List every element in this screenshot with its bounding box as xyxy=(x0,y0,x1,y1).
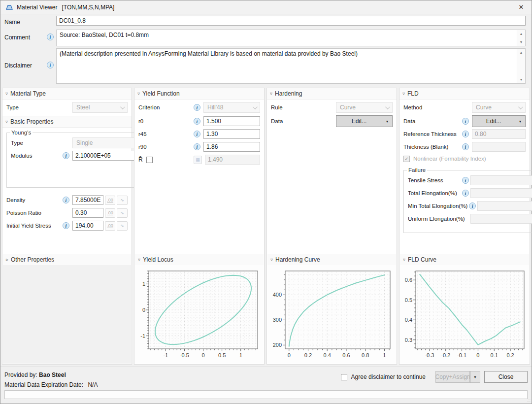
section-material-type[interactable]: ▿ Material Type xyxy=(2,88,132,100)
collapse-icon: ▹ xyxy=(6,257,8,262)
density-info-icon[interactable]: i xyxy=(63,197,69,203)
criterion-info-icon[interactable]: i xyxy=(194,104,200,111)
density-input[interactable] xyxy=(72,195,103,205)
close-button[interactable]: Close xyxy=(484,371,528,383)
section-yield-function[interactable]: ▿ Yield Function xyxy=(134,88,264,100)
section-basic-properties[interactable]: ▿ Basic Properties xyxy=(2,116,132,128)
fld-edit-dropdown[interactable]: ▼ xyxy=(515,115,526,127)
svg-text:0: 0 xyxy=(142,307,145,313)
name-input[interactable] xyxy=(56,16,526,26)
disclaimer-textarea[interactable]: (Material description presented in Ansys… xyxy=(57,49,517,83)
svg-text:0.4: 0.4 xyxy=(324,352,331,358)
comment-textarea[interactable]: Source: BaoSteel, DC01 t=0.8mm xyxy=(57,30,517,46)
initial-yield-input[interactable] xyxy=(72,221,103,231)
tensile-stress-input xyxy=(470,175,532,185)
fld-data-info-icon[interactable]: i xyxy=(462,118,469,125)
r45-input[interactable] xyxy=(203,129,260,139)
header-form: Name Comment i Source: BaoSteel, DC01 t=… xyxy=(0,14,532,87)
close-icon[interactable]: ✕ xyxy=(516,3,527,11)
decimal-format-button: .00 xyxy=(105,208,115,218)
section-other-properties[interactable]: ▹ Other Properties xyxy=(3,254,131,266)
hardening-edit-dropdown[interactable]: ▼ xyxy=(382,115,393,127)
progress-bar xyxy=(4,390,528,399)
agree-checkbox[interactable] xyxy=(341,374,347,380)
min-total-elongation-info-icon[interactable]: i xyxy=(469,202,476,209)
svg-text:-1: -1 xyxy=(163,352,168,358)
initial-yield-info-icon[interactable]: i xyxy=(63,222,69,229)
collapse-icon: ▿ xyxy=(270,257,273,262)
section-title: Material Type xyxy=(10,90,46,97)
wave-icon: ∿ xyxy=(120,210,124,215)
modulus-info-icon[interactable]: i xyxy=(63,152,69,159)
disclaimer-info-icon[interactable]: i xyxy=(47,62,54,68)
svg-text:0.3: 0.3 xyxy=(405,337,412,343)
svg-text:1: 1 xyxy=(142,281,145,287)
r0-input[interactable] xyxy=(203,116,260,126)
fld-panel: ▿ FLD Method Curve Data i Edit... ▼ Refe… xyxy=(399,88,530,365)
blank-thickness-info-icon[interactable]: i xyxy=(462,143,469,150)
ref-thickness-input xyxy=(472,129,526,139)
svg-text:0.5: 0.5 xyxy=(218,352,226,358)
section-hardening[interactable]: ▿ Hardening xyxy=(267,88,397,100)
scroll-down-icon[interactable]: ▼ xyxy=(517,38,525,46)
svg-text:400: 400 xyxy=(273,292,282,298)
min-total-elongation-input xyxy=(477,201,532,211)
method-label: Method xyxy=(403,104,459,110)
svg-text:0.8: 0.8 xyxy=(362,352,369,358)
svg-text:300: 300 xyxy=(273,317,282,323)
expiration-label: Material Data Expiration Date: xyxy=(4,381,83,388)
criterion-label: Criterion xyxy=(138,104,191,110)
r0-label: r0 xyxy=(138,118,191,124)
modulus-label: Modulus xyxy=(11,153,60,159)
section-title: Yield Locus xyxy=(143,256,173,263)
scroll-down-icon[interactable]: ▼ xyxy=(517,76,525,83)
hardening-panel: ▿ Hardening Rule Curve Data Edit... ▼ ▿ … xyxy=(266,88,397,365)
ref-thickness-info-icon[interactable]: i xyxy=(462,131,469,137)
tensile-stress-label: Tensile Stress xyxy=(408,177,461,183)
dropdown-arrow-icon: ▼ xyxy=(473,375,477,379)
svg-text:-0.1: -0.1 xyxy=(457,352,466,358)
resize-grip[interactable]: .:: xyxy=(527,398,531,403)
r90-input[interactable] xyxy=(203,142,260,152)
total-elongation-info-icon[interactable]: i xyxy=(462,190,469,197)
svg-text:0.1: 0.1 xyxy=(491,352,498,358)
total-elongation-input xyxy=(470,188,532,198)
youngs-type-value: Single xyxy=(76,139,93,146)
chevron-down-icon xyxy=(253,104,258,109)
title-bar: Material Viewer [TON,MM,S,N,MPA] ✕ xyxy=(0,0,532,14)
uniform-elongation-label: Uniform Elongation(%) xyxy=(408,216,461,222)
scroll-up-icon[interactable]: ▲ xyxy=(517,30,525,37)
method-select: Curve xyxy=(472,102,526,113)
nonlinear-checkbox: ✓ xyxy=(403,156,410,162)
fld-edit-button[interactable]: Edit... xyxy=(472,115,515,127)
disclaimer-scrollbar[interactable]: ▲ ▼ xyxy=(517,49,525,83)
rbar-checkbox[interactable] xyxy=(146,157,153,163)
hardening-edit-button[interactable]: Edit... xyxy=(336,115,382,127)
svg-text:0: 0 xyxy=(476,352,479,358)
yield-locus-chart: -1-0.500.51-101 xyxy=(135,265,264,364)
total-elongation-label: Total Elongation(%) xyxy=(408,190,461,196)
comment-scrollbar[interactable]: ▲ ▼ xyxy=(517,30,525,46)
r45-info-icon[interactable]: i xyxy=(194,131,200,137)
section-title: Hardening xyxy=(275,90,302,97)
comment-info-icon[interactable]: i xyxy=(47,34,54,40)
section-title: FLD xyxy=(407,90,419,97)
section-fld-curve[interactable]: ▿ FLD Curve xyxy=(400,254,529,266)
poisson-input[interactable] xyxy=(72,208,103,218)
window-units: [TON,MM,S,N,MPA] xyxy=(62,4,114,11)
section-yield-locus[interactable]: ▿ Yield Locus xyxy=(135,254,264,266)
curve-button: ∿ xyxy=(117,208,128,218)
r90-label: r90 xyxy=(138,144,191,150)
yield-function-panel: ▿ Yield Function Criterion i Hill'48 r0 … xyxy=(134,88,265,365)
tensile-stress-info-icon[interactable]: i xyxy=(462,177,469,184)
section-title: Yield Function xyxy=(142,90,180,97)
r90-info-icon[interactable]: i xyxy=(194,143,200,150)
section-fld[interactable]: ▿ FLD xyxy=(399,88,530,100)
copy-assign-split-button: Copy+Assign ▼ xyxy=(435,371,480,383)
svg-text:0.6: 0.6 xyxy=(342,352,350,358)
collapse-icon: ▿ xyxy=(138,257,140,262)
svg-text:0: 0 xyxy=(288,352,291,358)
r0-info-icon[interactable]: i xyxy=(194,118,200,125)
scroll-up-icon[interactable]: ▲ xyxy=(517,49,525,56)
section-hardening-curve[interactable]: ▿ Hardening Curve xyxy=(267,254,396,266)
